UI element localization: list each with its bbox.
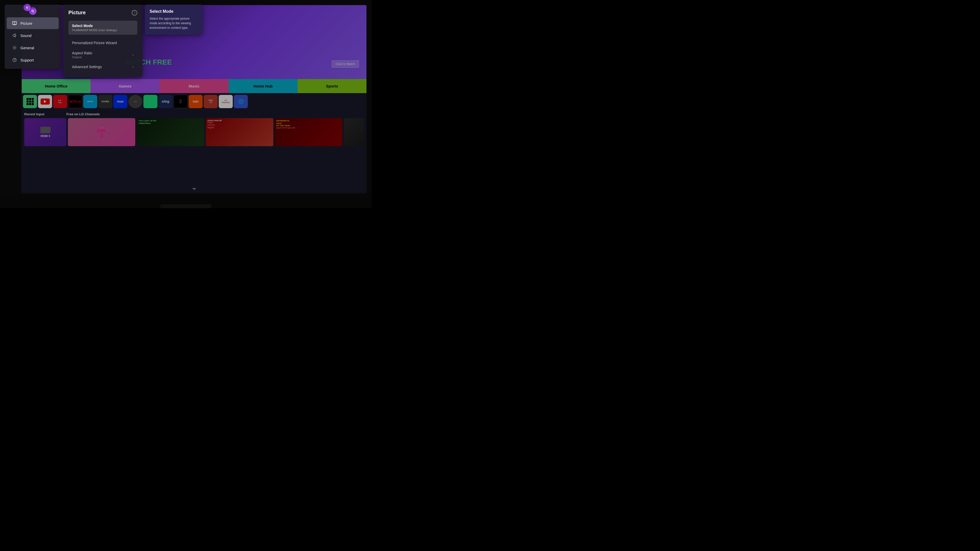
aspect-ratio-chevron: › (132, 53, 134, 57)
panel-header: Picture ? (68, 10, 137, 16)
settings-overlay: G Picture (0, 0, 372, 208)
support-icon (12, 57, 18, 63)
tooltip-body: Select the appropriate picture mode acco… (150, 16, 198, 30)
select-mode-value: FILMMAKER MODE (User Settings) (72, 29, 134, 32)
aspect-ratio-value: Original (72, 56, 92, 59)
settings-item-picture[interactable]: Picture (6, 17, 59, 29)
general-icon (12, 45, 18, 51)
picture-wizard-option[interactable]: Personalized Picture Wizard (68, 38, 137, 48)
advanced-settings-option[interactable]: Advanced Settings › (68, 62, 137, 72)
select-mode-row[interactable]: Select Mode FILMMAKER MODE (User Setting… (68, 21, 137, 35)
settings-sidebar: G Picture (5, 5, 61, 69)
svg-rect-0 (13, 21, 17, 24)
picture-icon (12, 21, 18, 26)
settings-sound-label: Sound (21, 33, 32, 38)
picture-wizard-label: Personalized Picture Wizard (72, 41, 117, 45)
aspect-ratio-option[interactable]: Aspect Ratio Original › (68, 48, 137, 62)
sound-icon (12, 33, 18, 38)
aspect-ratio-label: Aspect Ratio (72, 51, 92, 55)
svg-marker-3 (13, 34, 15, 37)
settings-general-label: General (21, 46, 34, 50)
select-mode-tooltip: Select Mode Select the appropriate pictu… (145, 5, 202, 35)
settings-item-support[interactable]: Support (6, 54, 59, 66)
svg-point-6 (14, 61, 15, 62)
svg-point-4 (14, 47, 15, 48)
select-mode-label: Select Mode (72, 24, 134, 28)
settings-picture-label: Picture (21, 21, 32, 25)
advanced-settings-label: Advanced Settings (72, 65, 102, 69)
g-logo-button[interactable]: G (24, 4, 30, 11)
tooltip-title: Select Mode (150, 9, 198, 14)
settings-support-label: Support (21, 58, 34, 62)
settings-item-sound[interactable]: Sound (6, 30, 59, 41)
advanced-settings-chevron: › (132, 65, 134, 69)
svg-point-2 (14, 22, 15, 24)
settings-item-general[interactable]: General (6, 42, 59, 54)
panel-title: Picture (68, 10, 86, 16)
tv-body: der WATCH FREE Click to Watch Home Offic… (0, 0, 372, 208)
aspect-ratio-container: Aspect Ratio Original (72, 51, 92, 59)
picture-panel: Picture ? Select Mode FILMMAKER MODE (Us… (63, 5, 142, 77)
panel-help-button[interactable]: ? (132, 10, 137, 16)
svg-rect-1 (13, 24, 16, 25)
